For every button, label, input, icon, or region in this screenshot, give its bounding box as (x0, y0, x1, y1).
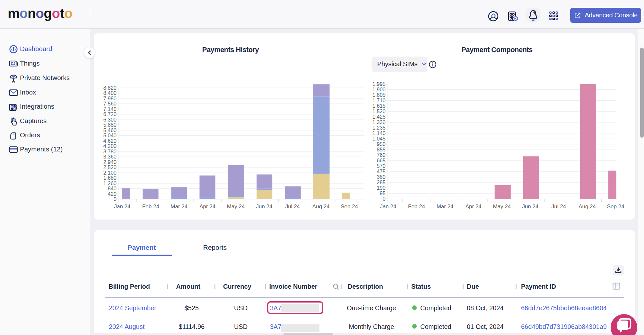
svg-text:475: 475 (377, 168, 386, 174)
svg-text:1,805: 1,805 (372, 92, 386, 98)
svg-text:8,820: 8,820 (103, 85, 117, 91)
svg-text:5,040: 5,040 (103, 132, 117, 138)
svg-text:1,045: 1,045 (372, 136, 386, 141)
svg-text:0: 0 (383, 196, 386, 202)
svg-text:1,710: 1,710 (372, 97, 386, 103)
svg-text:Feb 24: Feb 24 (142, 204, 159, 210)
svg-text:May 24: May 24 (227, 204, 245, 210)
svg-text:285: 285 (377, 179, 386, 185)
svg-text:4,620: 4,620 (103, 138, 117, 144)
svg-text:5,880: 5,880 (103, 122, 117, 128)
svg-text:8,400: 8,400 (103, 90, 117, 96)
svg-text:3,780: 3,780 (103, 149, 117, 154)
svg-text:May 24: May 24 (493, 204, 511, 210)
svg-text:760: 760 (377, 152, 386, 158)
svg-text:6,720: 6,720 (103, 111, 117, 117)
svg-text:6,300: 6,300 (103, 117, 117, 122)
svg-text:Mar 24: Mar 24 (170, 204, 187, 210)
svg-text:Jun 24: Jun 24 (256, 204, 272, 210)
svg-text:1,140: 1,140 (372, 130, 386, 136)
svg-text:Feb 24: Feb 24 (408, 204, 425, 210)
svg-text:95: 95 (380, 190, 386, 196)
svg-text:Mar 24: Mar 24 (437, 204, 454, 210)
svg-text:1,425: 1,425 (372, 114, 386, 120)
svg-text:0: 0 (114, 196, 117, 202)
svg-text:950: 950 (377, 141, 386, 147)
svg-text:2,520: 2,520 (103, 164, 117, 170)
svg-text:190: 190 (377, 185, 386, 191)
svg-text:840: 840 (108, 186, 117, 191)
svg-text:570: 570 (377, 163, 386, 169)
svg-text:Jul 24: Jul 24 (552, 204, 566, 210)
svg-text:1,995: 1,995 (372, 81, 386, 87)
svg-text:7,140: 7,140 (103, 106, 117, 112)
svg-text:3,360: 3,360 (103, 154, 117, 159)
svg-text:2,100: 2,100 (103, 170, 117, 176)
svg-text:Jul 24: Jul 24 (285, 204, 300, 210)
svg-text:Aug 24: Aug 24 (579, 204, 596, 210)
svg-text:855: 855 (377, 147, 386, 152)
svg-text:1,680: 1,680 (103, 175, 117, 181)
svg-text:Sep 24: Sep 24 (607, 204, 624, 210)
svg-text:Sep 24: Sep 24 (341, 204, 358, 210)
svg-text:5,460: 5,460 (103, 127, 117, 133)
svg-text:Jan 24: Jan 24 (114, 204, 130, 210)
svg-text:7,560: 7,560 (103, 101, 117, 106)
svg-text:665: 665 (377, 158, 386, 163)
svg-text:2,940: 2,940 (103, 159, 117, 165)
svg-text:1,330: 1,330 (372, 119, 386, 125)
svg-text:Jun 24: Jun 24 (522, 204, 538, 210)
svg-text:1,260: 1,260 (103, 180, 117, 186)
svg-text:380: 380 (377, 174, 386, 180)
svg-text:7,980: 7,980 (103, 95, 117, 101)
svg-text:1,235: 1,235 (372, 125, 386, 131)
svg-text:Apr 24: Apr 24 (466, 204, 482, 210)
svg-text:1,615: 1,615 (372, 103, 386, 109)
svg-text:420: 420 (108, 191, 117, 197)
svg-text:1,900: 1,900 (372, 86, 386, 92)
svg-text:Aug 24: Aug 24 (312, 204, 330, 210)
svg-text:Jan 24: Jan 24 (380, 204, 396, 210)
svg-text:1,520: 1,520 (372, 108, 386, 114)
svg-text:4,200: 4,200 (103, 143, 117, 149)
svg-text:Apr 24: Apr 24 (199, 204, 215, 210)
